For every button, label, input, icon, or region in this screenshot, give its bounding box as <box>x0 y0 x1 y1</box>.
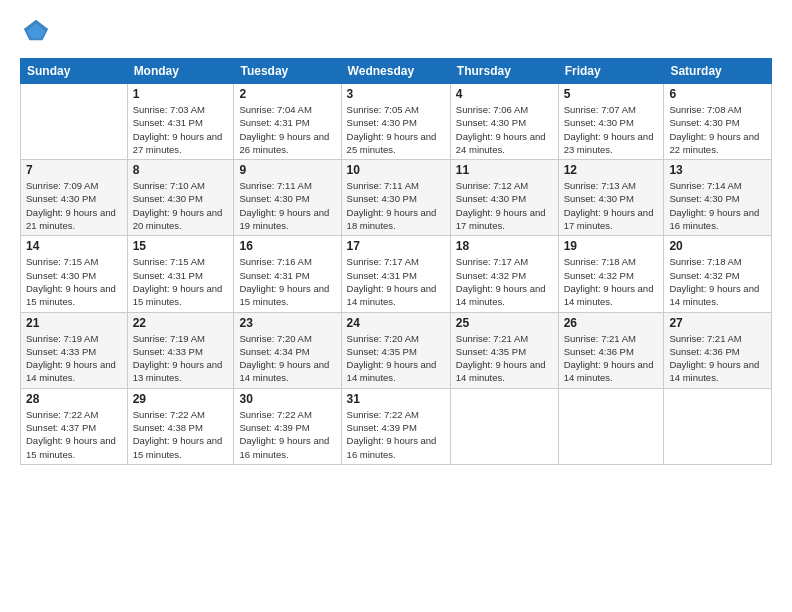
day-info: Sunrise: 7:18 AMSunset: 4:32 PMDaylight:… <box>669 255 766 308</box>
col-thursday: Thursday <box>450 59 558 84</box>
day-info: Sunrise: 7:19 AMSunset: 4:33 PMDaylight:… <box>26 332 122 385</box>
day-info: Sunrise: 7:17 AMSunset: 4:32 PMDaylight:… <box>456 255 553 308</box>
calendar-week-row: 21Sunrise: 7:19 AMSunset: 4:33 PMDayligh… <box>21 312 772 388</box>
calendar-cell: 20Sunrise: 7:18 AMSunset: 4:32 PMDayligh… <box>664 236 772 312</box>
day-number: 15 <box>133 239 229 253</box>
calendar-cell: 25Sunrise: 7:21 AMSunset: 4:35 PMDayligh… <box>450 312 558 388</box>
day-info: Sunrise: 7:09 AMSunset: 4:30 PMDaylight:… <box>26 179 122 232</box>
calendar-cell <box>664 388 772 464</box>
day-number: 21 <box>26 316 122 330</box>
calendar-cell <box>558 388 664 464</box>
day-info: Sunrise: 7:07 AMSunset: 4:30 PMDaylight:… <box>564 103 659 156</box>
col-saturday: Saturday <box>664 59 772 84</box>
header <box>20 16 772 48</box>
day-number: 24 <box>347 316 445 330</box>
calendar-week-row: 7Sunrise: 7:09 AMSunset: 4:30 PMDaylight… <box>21 160 772 236</box>
calendar-cell: 16Sunrise: 7:16 AMSunset: 4:31 PMDayligh… <box>234 236 341 312</box>
day-info: Sunrise: 7:11 AMSunset: 4:30 PMDaylight:… <box>239 179 335 232</box>
col-sunday: Sunday <box>21 59 128 84</box>
day-info: Sunrise: 7:13 AMSunset: 4:30 PMDaylight:… <box>564 179 659 232</box>
page: Sunday Monday Tuesday Wednesday Thursday… <box>0 0 792 612</box>
day-info: Sunrise: 7:22 AMSunset: 4:39 PMDaylight:… <box>239 408 335 461</box>
calendar-cell: 3Sunrise: 7:05 AMSunset: 4:30 PMDaylight… <box>341 84 450 160</box>
calendar-cell: 31Sunrise: 7:22 AMSunset: 4:39 PMDayligh… <box>341 388 450 464</box>
calendar-cell: 1Sunrise: 7:03 AMSunset: 4:31 PMDaylight… <box>127 84 234 160</box>
day-number: 10 <box>347 163 445 177</box>
day-number: 27 <box>669 316 766 330</box>
day-info: Sunrise: 7:16 AMSunset: 4:31 PMDaylight:… <box>239 255 335 308</box>
day-info: Sunrise: 7:22 AMSunset: 4:37 PMDaylight:… <box>26 408 122 461</box>
day-info: Sunrise: 7:08 AMSunset: 4:30 PMDaylight:… <box>669 103 766 156</box>
calendar-cell: 9Sunrise: 7:11 AMSunset: 4:30 PMDaylight… <box>234 160 341 236</box>
calendar-cell: 18Sunrise: 7:17 AMSunset: 4:32 PMDayligh… <box>450 236 558 312</box>
day-info: Sunrise: 7:18 AMSunset: 4:32 PMDaylight:… <box>564 255 659 308</box>
calendar-cell: 7Sunrise: 7:09 AMSunset: 4:30 PMDaylight… <box>21 160 128 236</box>
day-number: 11 <box>456 163 553 177</box>
calendar-cell: 12Sunrise: 7:13 AMSunset: 4:30 PMDayligh… <box>558 160 664 236</box>
col-friday: Friday <box>558 59 664 84</box>
calendar-cell: 6Sunrise: 7:08 AMSunset: 4:30 PMDaylight… <box>664 84 772 160</box>
day-number: 29 <box>133 392 229 406</box>
day-number: 9 <box>239 163 335 177</box>
day-number: 14 <box>26 239 122 253</box>
calendar-cell: 10Sunrise: 7:11 AMSunset: 4:30 PMDayligh… <box>341 160 450 236</box>
day-number: 4 <box>456 87 553 101</box>
calendar-cell: 13Sunrise: 7:14 AMSunset: 4:30 PMDayligh… <box>664 160 772 236</box>
day-number: 28 <box>26 392 122 406</box>
col-tuesday: Tuesday <box>234 59 341 84</box>
day-number: 25 <box>456 316 553 330</box>
day-info: Sunrise: 7:15 AMSunset: 4:30 PMDaylight:… <box>26 255 122 308</box>
day-info: Sunrise: 7:22 AMSunset: 4:38 PMDaylight:… <box>133 408 229 461</box>
logo <box>20 16 50 48</box>
day-info: Sunrise: 7:03 AMSunset: 4:31 PMDaylight:… <box>133 103 229 156</box>
calendar-cell <box>21 84 128 160</box>
calendar-cell: 28Sunrise: 7:22 AMSunset: 4:37 PMDayligh… <box>21 388 128 464</box>
day-number: 1 <box>133 87 229 101</box>
day-info: Sunrise: 7:21 AMSunset: 4:36 PMDaylight:… <box>564 332 659 385</box>
day-info: Sunrise: 7:20 AMSunset: 4:34 PMDaylight:… <box>239 332 335 385</box>
calendar-cell: 24Sunrise: 7:20 AMSunset: 4:35 PMDayligh… <box>341 312 450 388</box>
day-number: 12 <box>564 163 659 177</box>
day-number: 16 <box>239 239 335 253</box>
day-number: 19 <box>564 239 659 253</box>
day-number: 8 <box>133 163 229 177</box>
calendar-cell: 17Sunrise: 7:17 AMSunset: 4:31 PMDayligh… <box>341 236 450 312</box>
day-info: Sunrise: 7:12 AMSunset: 4:30 PMDaylight:… <box>456 179 553 232</box>
day-number: 5 <box>564 87 659 101</box>
calendar-cell: 5Sunrise: 7:07 AMSunset: 4:30 PMDaylight… <box>558 84 664 160</box>
day-info: Sunrise: 7:15 AMSunset: 4:31 PMDaylight:… <box>133 255 229 308</box>
logo-icon <box>22 16 50 44</box>
day-number: 18 <box>456 239 553 253</box>
col-wednesday: Wednesday <box>341 59 450 84</box>
calendar-cell: 27Sunrise: 7:21 AMSunset: 4:36 PMDayligh… <box>664 312 772 388</box>
day-info: Sunrise: 7:05 AMSunset: 4:30 PMDaylight:… <box>347 103 445 156</box>
calendar-cell: 21Sunrise: 7:19 AMSunset: 4:33 PMDayligh… <box>21 312 128 388</box>
calendar-week-row: 14Sunrise: 7:15 AMSunset: 4:30 PMDayligh… <box>21 236 772 312</box>
day-number: 20 <box>669 239 766 253</box>
day-info: Sunrise: 7:19 AMSunset: 4:33 PMDaylight:… <box>133 332 229 385</box>
day-info: Sunrise: 7:06 AMSunset: 4:30 PMDaylight:… <box>456 103 553 156</box>
day-number: 23 <box>239 316 335 330</box>
calendar-cell: 2Sunrise: 7:04 AMSunset: 4:31 PMDaylight… <box>234 84 341 160</box>
day-number: 17 <box>347 239 445 253</box>
day-number: 3 <box>347 87 445 101</box>
col-monday: Monday <box>127 59 234 84</box>
calendar-table: Sunday Monday Tuesday Wednesday Thursday… <box>20 58 772 465</box>
calendar-cell: 30Sunrise: 7:22 AMSunset: 4:39 PMDayligh… <box>234 388 341 464</box>
day-number: 13 <box>669 163 766 177</box>
calendar-cell <box>450 388 558 464</box>
calendar-cell: 8Sunrise: 7:10 AMSunset: 4:30 PMDaylight… <box>127 160 234 236</box>
day-info: Sunrise: 7:21 AMSunset: 4:36 PMDaylight:… <box>669 332 766 385</box>
calendar-cell: 19Sunrise: 7:18 AMSunset: 4:32 PMDayligh… <box>558 236 664 312</box>
day-number: 22 <box>133 316 229 330</box>
day-info: Sunrise: 7:11 AMSunset: 4:30 PMDaylight:… <box>347 179 445 232</box>
day-info: Sunrise: 7:22 AMSunset: 4:39 PMDaylight:… <box>347 408 445 461</box>
day-number: 6 <box>669 87 766 101</box>
calendar-cell: 23Sunrise: 7:20 AMSunset: 4:34 PMDayligh… <box>234 312 341 388</box>
calendar-cell: 15Sunrise: 7:15 AMSunset: 4:31 PMDayligh… <box>127 236 234 312</box>
day-info: Sunrise: 7:17 AMSunset: 4:31 PMDaylight:… <box>347 255 445 308</box>
calendar-cell: 29Sunrise: 7:22 AMSunset: 4:38 PMDayligh… <box>127 388 234 464</box>
day-info: Sunrise: 7:20 AMSunset: 4:35 PMDaylight:… <box>347 332 445 385</box>
calendar-cell: 11Sunrise: 7:12 AMSunset: 4:30 PMDayligh… <box>450 160 558 236</box>
day-number: 26 <box>564 316 659 330</box>
